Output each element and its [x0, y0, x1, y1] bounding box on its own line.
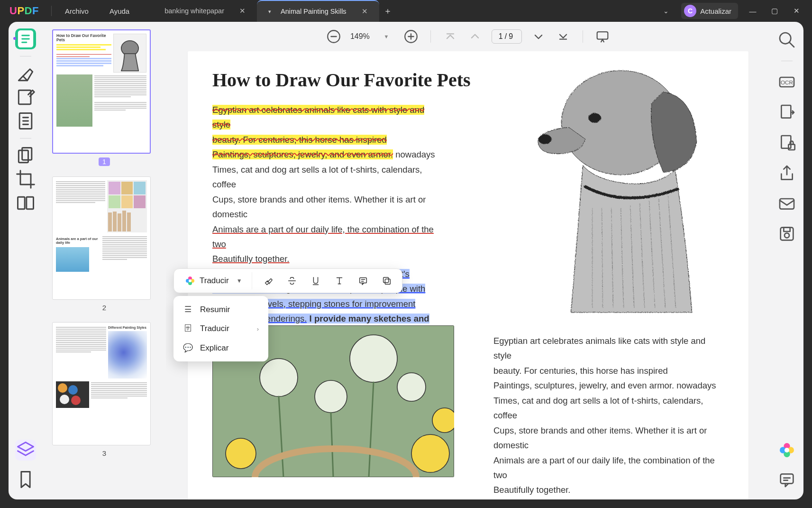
list-icon: ☰ — [183, 305, 192, 314]
minimize-icon[interactable]: — — [746, 7, 760, 15]
text-style-button[interactable] — [329, 272, 350, 290]
convert-button[interactable] — [777, 103, 796, 122]
page-indicator[interactable]: 1/9 — [492, 29, 522, 44]
ai-label: Traducir — [200, 276, 229, 286]
text-line: Cups, store brands and other items. Whet… — [493, 425, 707, 450]
svg-point-38 — [260, 359, 298, 397]
menu-help[interactable]: Ayuda — [99, 7, 140, 15]
ai-flower-icon — [777, 441, 796, 460]
separator — [430, 30, 431, 43]
layers-button[interactable] — [15, 440, 36, 461]
menu-file[interactable]: Archivo — [55, 7, 99, 15]
svg-rect-10 — [22, 148, 32, 160]
compare-icon — [15, 193, 36, 213]
svg-rect-71 — [784, 228, 790, 231]
underline-button[interactable] — [305, 272, 326, 290]
first-page-button[interactable] — [442, 28, 458, 45]
copy-button[interactable] — [376, 272, 397, 290]
share-icon — [777, 164, 796, 183]
close-icon[interactable]: ✕ — [239, 7, 246, 15]
menu-translate[interactable]: 🈂 Traducir › — [173, 319, 268, 338]
text-line: Times, cat and dog art sells a lot of t-… — [212, 165, 422, 189]
organize-pages-button[interactable] — [15, 145, 36, 166]
share-button[interactable] — [777, 164, 796, 183]
thumbnail-page-3[interactable]: Different Painting Styles — [52, 322, 151, 445]
search-button[interactable] — [777, 30, 796, 49]
separator — [583, 30, 583, 43]
menu-label: Traducir — [200, 324, 229, 333]
document-canvas[interactable]: How to Draw Our Favorite Pets Egyptian a… — [166, 51, 770, 499]
tab-banking[interactable]: banking whitepapar ✕ — [153, 0, 257, 22]
upgrade-button[interactable]: C Actualizar — [681, 3, 738, 19]
thumbnail-page-1[interactable]: How to Draw Our Favorite Pets — [52, 29, 151, 154]
last-page-icon — [555, 28, 571, 45]
thumbnail-page-2[interactable]: Animals are a part of our daily life — [52, 176, 151, 300]
menu-label: Resumir — [200, 305, 230, 314]
menu-explain[interactable]: 💬 Explicar — [173, 338, 268, 358]
page-icon — [15, 111, 36, 131]
ai-action[interactable]: Traducir ▼ — [179, 272, 252, 289]
strikethrough-button[interactable] — [282, 272, 302, 290]
svg-point-76 — [785, 448, 789, 453]
text-line: Egyptian art celebrates animals like cat… — [493, 336, 705, 360]
chevron-down-icon[interactable]: ⌄ — [658, 7, 674, 15]
add-tab-button[interactable]: ＋ — [379, 0, 396, 22]
reader-mode-button[interactable] — [15, 28, 36, 49]
svg-point-39 — [350, 335, 397, 382]
svg-point-70 — [785, 233, 789, 238]
ai-assistant-button[interactable] — [777, 441, 796, 460]
last-page-button[interactable] — [555, 28, 571, 45]
compare-button[interactable] — [15, 193, 36, 213]
text-line: I provide many sketches and — [307, 314, 429, 323]
zoom-out-button[interactable] — [326, 28, 342, 45]
app-body: How to Draw Our Favorite Pets — [9, 22, 803, 499]
lock-page-icon — [777, 133, 796, 152]
next-page-button[interactable] — [530, 28, 547, 45]
highlight-tool-button[interactable] — [15, 63, 36, 84]
document-area: 149% ▼ 1/9 How to Draw Our Favorite Pets… — [166, 22, 770, 499]
maximize-icon[interactable]: ▢ — [767, 7, 782, 15]
comment-button[interactable] — [353, 272, 374, 290]
ocr-button[interactable]: OCR — [777, 73, 796, 92]
tab-strip: banking whitepapar ✕ Animal Painting Ski… — [153, 0, 396, 22]
presentation-button[interactable] — [594, 28, 611, 45]
bookmark-button[interactable] — [15, 469, 36, 490]
right-rail: OCR — [770, 22, 803, 499]
page-edit-button[interactable] — [15, 111, 36, 131]
thumb-label-2: 2 — [52, 304, 156, 312]
edit-text-button[interactable] — [15, 87, 36, 108]
text-line: beauty. For centuries, this horse has in… — [493, 366, 668, 376]
highlighter-icon — [15, 63, 36, 84]
pages-icon — [15, 145, 36, 166]
zoom-in-button[interactable] — [403, 28, 419, 45]
prev-page-button[interactable] — [467, 28, 483, 45]
titlebar-right: ⌄ C Actualizar — ▢ ✕ — [658, 3, 812, 19]
svg-rect-11 — [18, 197, 25, 209]
svg-rect-60 — [383, 277, 388, 283]
zoom-dropdown[interactable]: ▼ — [378, 28, 394, 45]
close-window-icon[interactable]: ✕ — [789, 7, 803, 15]
save-as-button[interactable] — [777, 224, 796, 243]
svg-rect-67 — [788, 144, 794, 150]
ai-dropdown-button[interactable]: ▼ — [233, 276, 246, 286]
ocr-icon: OCR — [777, 73, 796, 92]
menu-summarize[interactable]: ☰ Resumir — [173, 300, 268, 319]
thumb-label-1: 1 — [52, 157, 156, 166]
tab-animal-painting[interactable]: Animal Painting Skills ✕ — [257, 0, 379, 22]
crop-icon — [15, 169, 36, 190]
svg-rect-4 — [18, 90, 31, 104]
highlight-button[interactable] — [258, 272, 279, 290]
svg-rect-21 — [597, 32, 608, 39]
email-button[interactable] — [777, 194, 796, 213]
right-column-text[interactable]: Egyptian art celebrates animals like cat… — [493, 333, 721, 499]
minus-icon — [326, 28, 342, 45]
close-icon[interactable]: ✕ — [362, 7, 368, 16]
protect-button[interactable] — [777, 133, 796, 152]
comments-panel-button[interactable] — [777, 470, 796, 489]
tab-title: Animal Painting Skills — [281, 8, 347, 15]
avatar: C — [684, 5, 696, 17]
crop-button[interactable] — [15, 169, 36, 190]
upgrade-label: Actualizar — [700, 7, 731, 15]
svg-rect-56 — [359, 278, 366, 283]
first-page-icon — [442, 28, 458, 45]
